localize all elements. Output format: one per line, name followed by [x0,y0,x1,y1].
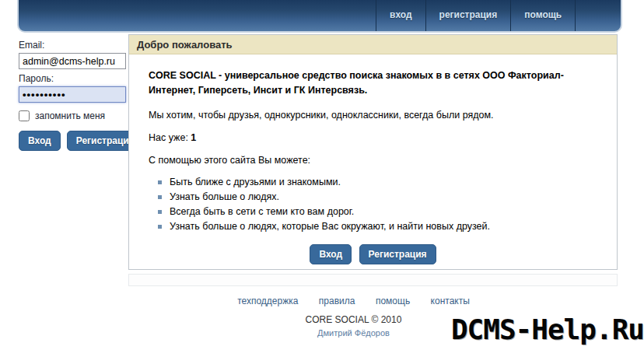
main-buttons-row: Вход Регистрация [149,244,597,264]
square-bullet-icon [158,180,162,184]
square-bullet-icon [158,225,162,229]
square-bullet-icon [158,195,162,199]
square-bullet-icon [158,210,162,214]
footer-links: техподдержка правила помощь контакты [109,293,598,307]
dcms-help-watermark: DCMS-Help.Ru [451,313,644,345]
login-form: Email: Пароль: запомнить меня Вход Регис… [19,40,126,151]
footer-link-support[interactable]: техподдержка [237,296,298,306]
remember-me-row: запомнить меня [19,110,126,121]
list-item: Быть ближе с друзьями и знакомыми. [158,177,597,187]
panel-content: CORE SOCIAL - универсальное средство пои… [129,54,617,264]
mission-text: Мы хотим, чтобы друзья, однокурсники, од… [149,110,597,121]
list-item: Узнать больше о людях, которые Вас окруж… [158,221,597,232]
top-nav-menu: вход регистрация помощь [376,0,576,31]
empty-sub-panel [128,274,618,286]
nav-item-help[interactable]: помощь [510,0,576,31]
nav-item-login[interactable]: вход [376,0,425,31]
user-count-label: Нас уже: [149,132,191,143]
footer-link-rules[interactable]: правила [319,296,355,306]
user-count-value: 1 [191,132,196,143]
login-button[interactable]: Вход [19,131,61,151]
list-item: Узнать больше о людях. [158,191,597,202]
password-field[interactable] [19,86,126,103]
list-item-text: Узнать больше о людях. [170,191,279,202]
list-item-text: Всегда быть в сети с теми кто вам дорог. [170,206,354,217]
list-item-text: Быть ближе с друзьями и знакомыми. [170,177,341,187]
user-count-line: Нас уже: 1 [149,133,597,143]
nav-item-register[interactable]: регистрация [425,0,511,31]
list-item: Всегда быть в сети с теми кто вам дорог. [158,206,597,217]
remember-me-checkbox[interactable] [19,110,30,121]
features-list: Быть ближе с друзьями и знакомыми. Узнат… [158,177,597,232]
top-navigation-bar: вход регистрация помощь [17,0,622,33]
features-intro: С помощью этого сайта Вы можете: [149,156,597,166]
main-login-button[interactable]: Вход [310,244,352,264]
panel-title: Добро пожаловать [129,35,617,54]
footer-link-help[interactable]: помощь [376,296,410,306]
list-item-text: Узнать больше о людях, которые Вас окруж… [170,221,490,232]
password-label: Пароль: [19,73,126,84]
footer-link-contacts[interactable]: контакты [431,296,470,306]
email-label: Email: [19,40,126,51]
login-buttons-row: Вход Регистрация [19,131,126,151]
intro-text: CORE SOCIAL - универсальное средство пои… [149,68,597,98]
email-field[interactable] [19,53,126,69]
main-register-button[interactable]: Регистрация [359,244,436,264]
welcome-panel: Добро пожаловать CORE SOCIAL - универсал… [128,34,618,270]
remember-me-label: запомнить меня [35,110,105,121]
